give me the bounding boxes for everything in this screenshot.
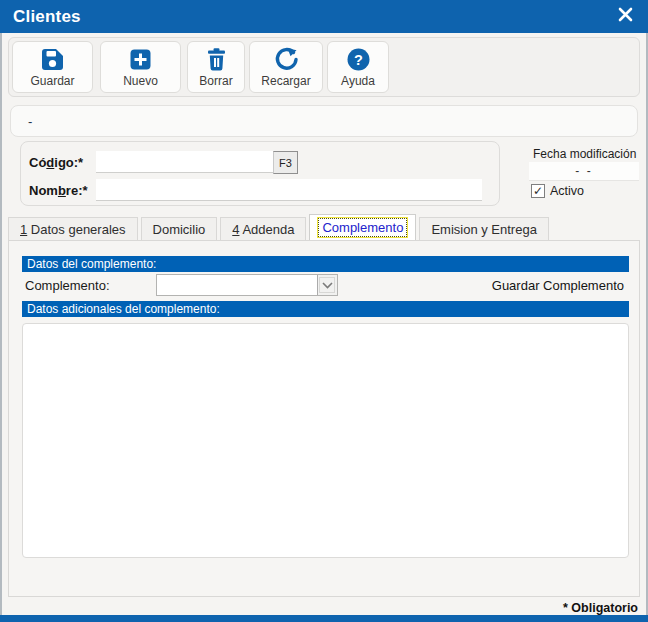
chevron-down-icon <box>317 275 337 295</box>
guardar-complemento-button[interactable]: Guardar Complemento <box>492 278 624 293</box>
status-strip: - <box>10 105 638 137</box>
borrar-button[interactable]: Borrar <box>187 41 245 93</box>
recargar-button[interactable]: Recargar <box>249 41 323 93</box>
guardar-button[interactable]: Guardar <box>12 41 93 93</box>
close-button[interactable] <box>610 0 640 33</box>
tab-domicilio[interactable]: Domicilio <box>141 217 218 240</box>
delete-icon <box>203 46 230 73</box>
nombre-label: Nombre:* <box>29 183 88 198</box>
obligatorio-note: * Obligatorio <box>563 601 638 615</box>
status-text: - <box>28 114 32 129</box>
fecha-modificacion-value: - - <box>529 162 639 181</box>
svg-text:?: ? <box>354 52 363 68</box>
codigo-input[interactable] <box>96 151 297 173</box>
datos-adicionales-area[interactable] <box>22 323 629 558</box>
activo-checkbox-row[interactable]: ✓ Activo <box>531 184 584 198</box>
datos-adicionales-header: Datos adicionales del complemento: <box>22 301 629 317</box>
new-icon <box>127 46 154 73</box>
complemento-dropdown-value <box>157 275 317 295</box>
complemento-label: Complemento: <box>25 278 110 293</box>
nuevo-button[interactable]: Nuevo <box>100 41 181 93</box>
clientes-dialog: Clientes Guardar <box>0 0 648 622</box>
bottom-border-bar <box>0 615 648 622</box>
tab-datos-generales[interactable]: 1 Datos generales <box>8 217 138 240</box>
titlebar: Clientes <box>0 0 648 33</box>
save-icon <box>39 46 66 73</box>
tab-addenda[interactable]: 4 Addenda <box>220 217 306 240</box>
nombre-input[interactable] <box>96 179 482 201</box>
f3-button[interactable]: F3 <box>273 151 298 174</box>
complemento-dropdown[interactable] <box>156 274 338 296</box>
guardar-button-label: Guardar <box>30 74 74 88</box>
nuevo-button-label: Nuevo <box>123 74 158 88</box>
fields-panel: Código:* F3 Nombre:* <box>20 141 500 206</box>
close-icon <box>618 7 633 26</box>
tab-complemento[interactable]: Complemento <box>309 214 416 240</box>
ayuda-button[interactable]: ? Ayuda <box>327 41 389 93</box>
activo-label: Activo <box>550 184 584 198</box>
reload-icon <box>273 46 300 73</box>
tab-emision-y-entrega[interactable]: Emision y Entrega <box>419 217 549 240</box>
complemento-tab-panel: Datos del complemento: Complemento: Guar… <box>8 240 640 597</box>
toolbar: Guardar Nuevo <box>8 37 640 97</box>
ayuda-button-label: Ayuda <box>341 74 375 88</box>
activo-checkbox[interactable]: ✓ <box>531 184 545 198</box>
help-icon: ? <box>345 46 372 73</box>
borrar-button-label: Borrar <box>199 74 232 88</box>
fecha-modificacion-label: Fecha modificación <box>533 147 636 161</box>
tabbar: 1 Datos generales Domicilio 4 Addenda Co… <box>8 214 640 240</box>
codigo-label: Código:* <box>29 155 83 170</box>
check-icon: ✓ <box>533 185 543 197</box>
recargar-button-label: Recargar <box>261 74 310 88</box>
datos-del-complemento-header: Datos del complemento: <box>22 256 629 272</box>
window-title: Clientes <box>0 7 81 27</box>
